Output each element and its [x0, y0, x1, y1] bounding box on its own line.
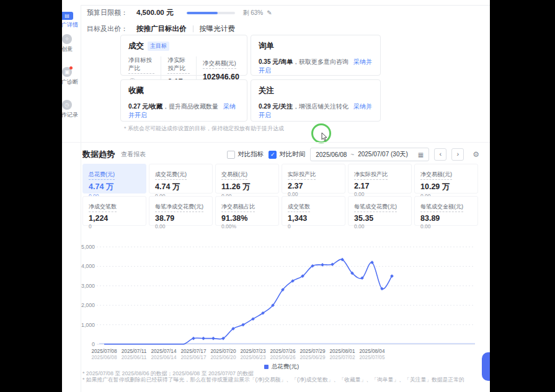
- sidebar-item-label: 创意: [62, 45, 81, 53]
- x-axis-tick-compare: 2025/06/29: [300, 355, 326, 360]
- metric-tile-7[interactable]: 净成交笔数1,2240: [82, 196, 146, 226]
- metric-tile-9[interactable]: 净交易额占比91.38%0.00%: [215, 196, 279, 226]
- goal-card-title: 询单: [259, 41, 373, 51]
- goal-bid-label: 目标及出价：: [87, 24, 128, 33]
- tile-label: 总花费(元): [89, 171, 115, 180]
- x-axis-tick-compare: 2025/06/17: [181, 355, 206, 360]
- goal-card-title: 收藏: [128, 86, 239, 96]
- metric-tile-10[interactable]: 成交笔数1,3430: [282, 196, 345, 226]
- tile-value: 1,224: [89, 214, 140, 223]
- data-point-marker[interactable]: [321, 263, 324, 267]
- x-axis-tick-current: 2025/07/08: [92, 349, 117, 354]
- x-axis-tick-compare: 2025/06/20: [211, 355, 236, 360]
- budget-edit-icon[interactable]: ✎: [267, 9, 272, 16]
- tile-compare-value: 0.00: [155, 223, 206, 229]
- y-axis-tick: 0: [92, 341, 95, 347]
- data-point-marker[interactable]: [202, 337, 205, 341]
- chart-footnote-2: * 如果推广在暂停或删除前已经获得了曝光，那么在暂停或重建后展示「(净)交易额」…: [82, 376, 464, 384]
- prev-period-button[interactable]: ‹: [434, 148, 446, 161]
- tile-value: 83.89: [420, 214, 472, 223]
- compare-time-checkbox[interactable]: ✓: [269, 151, 277, 159]
- metric-tiles: 总花费(元)4.74 万0.00成交花费(元)4.74 万0.00交易额(元)1…: [82, 164, 478, 226]
- tile-label: 净实际投产比: [354, 171, 388, 180]
- active-tab-icon: ▤: [62, 12, 73, 20]
- sidebar-item-4[interactable]: ◷操作记录: [62, 98, 81, 119]
- goal-card-deal[interactable]: 成交 主目标 净目标投产比ⓘ 2.45 ✎ 净实际投产比 2.17 净交易额(元…: [120, 35, 247, 76]
- tile-label: 交易额(元): [221, 171, 247, 180]
- metric-tile-3[interactable]: 交易额(元)11.26 万0.00: [215, 164, 279, 194]
- metric-tile-12[interactable]: 每笔成交金额(元)83.890.00: [414, 196, 478, 226]
- date-separator: ~: [350, 151, 354, 158]
- tab-separator: [193, 25, 193, 32]
- y-axis-tick: 1,000: [81, 322, 95, 328]
- x-axis-tick-compare: 2025/07/02: [330, 355, 355, 360]
- budget-row: 预算日限额： 4,500.00 元 剩 63% ✎: [87, 8, 272, 17]
- metric-tile-8[interactable]: 每笔净成交花费(元)38.790.00: [149, 196, 213, 226]
- compare-time-checkbox-group[interactable]: ✓ 对比时间: [269, 150, 305, 159]
- x-axis-tick-current: 2025/07/23: [241, 349, 266, 354]
- x-axis-tick-current: 2025/08/01: [330, 349, 355, 354]
- tile-value: 10.29 万: [420, 182, 472, 192]
- sidebar-icon-3: ▣: [62, 67, 72, 77]
- data-point-marker[interactable]: [241, 323, 245, 327]
- tile-label: 每笔成交金额(元): [420, 203, 463, 212]
- goal-card-favorite[interactable]: 收藏0.27 元/收藏，提升商品收藏数量采纳并开启: [120, 79, 247, 122]
- metric-tile-11[interactable]: 每笔成交花费(元)35.350.00: [348, 196, 412, 226]
- sidebar-item-3[interactable]: ▣推广诊断: [62, 65, 81, 86]
- view-report-link[interactable]: 查看报表: [121, 150, 146, 159]
- goal-card-follow[interactable]: 关注0.29 元/关注，增强店铺关注转化采纳并开启: [251, 79, 381, 122]
- x-axis-tick-current: 2025/07/26: [270, 349, 296, 354]
- y-axis-tick: 3,000: [81, 283, 95, 289]
- budget-remaining: 剩 63%: [242, 9, 263, 17]
- compare-metric-checkbox-group[interactable]: 对比指标: [227, 150, 264, 159]
- legend-swatch-icon: [264, 365, 269, 369]
- floating-side-button[interactable]: [482, 352, 490, 381]
- metric-tile-2[interactable]: 成交花费(元)4.74 万0.00: [149, 164, 213, 194]
- sidebar-item-1[interactable]: ▤推广详情: [62, 9, 81, 29]
- x-axis-tick-compare: 2025/06/26: [270, 355, 296, 360]
- tile-compare-value: 0.00%: [221, 223, 273, 229]
- data-point-marker[interactable]: [331, 262, 334, 266]
- tab-bid-by-impression[interactable]: 按曝光计费: [200, 24, 236, 33]
- date-range-picker[interactable]: 2025/06/08 ~ 2025/07/07 (30天) ▦: [310, 148, 429, 161]
- calendar-icon: ▦: [418, 151, 424, 158]
- x-axis-tick-compare: 2025/06/08: [92, 355, 117, 360]
- next-period-button[interactable]: ›: [451, 148, 464, 161]
- sidebar-item-2[interactable]: ✧创意: [62, 32, 81, 53]
- tile-label: 每笔成交花费(元): [354, 203, 397, 212]
- tile-label: 每笔净成交花费(元): [155, 203, 203, 212]
- x-axis-tick-current: 2025/08/04: [360, 349, 385, 354]
- y-axis-tick: 4,000: [81, 263, 95, 269]
- sidebar-item-label: 推广诊断: [62, 78, 81, 86]
- goal-card-inquiry[interactable]: 询单0.35 元/询单，获取更多意向咨询采纳并开启: [251, 35, 381, 76]
- bid-tabs: 按推广目标出价 按曝光计费: [136, 24, 235, 33]
- data-point-marker[interactable]: [192, 337, 195, 341]
- tab-bid-by-goal[interactable]: 按推广目标出价: [136, 24, 187, 33]
- tile-value: 4.74 万: [89, 182, 140, 192]
- metric-label: 净交易额(元): [203, 60, 236, 69]
- goal-card-title: 关注: [259, 86, 373, 96]
- x-axis-tick-current: 2025/07/29: [300, 349, 326, 354]
- compare-metric-checkbox[interactable]: [227, 151, 235, 159]
- data-point-marker[interactable]: [211, 337, 215, 341]
- goal-cards: 成交 主目标 净目标投产比ⓘ 2.45 ✎ 净实际投产比 2.17 净交易额(元…: [120, 35, 381, 122]
- trend-controls: 对比指标 ✓ 对比时间 2025/06/08 ~ 2025/07/07 (30天…: [227, 148, 479, 161]
- goal-card-desc: 0.35 元/询单，获取更多意向咨询采纳并开启: [259, 58, 373, 75]
- tile-value: 1,343: [288, 214, 339, 223]
- main-goal-badge: 主目标: [148, 42, 169, 51]
- goal-card-title: 成交: [128, 41, 144, 51]
- metric-label: 净实际投产比: [167, 56, 190, 74]
- metric-tile-6[interactable]: 净交易额(元)10.29 万0.00: [414, 164, 478, 194]
- x-axis-tick-compare: 2025/06/14: [151, 355, 177, 360]
- metric-tile-4[interactable]: 实际投产比2.370.00: [282, 164, 345, 194]
- trend-chart: 01,0002,0003,0004,0005,0002025/07/082025…: [74, 241, 489, 364]
- sidebar-icon-2: ✧: [62, 34, 72, 44]
- y-axis-tick: 5,000: [81, 244, 95, 250]
- legend-label: 总花费(元): [272, 363, 299, 370]
- metric-tile-5[interactable]: 净实际投产比2.170.00: [348, 164, 412, 194]
- x-axis-tick-current: 2025/07/20: [211, 349, 236, 354]
- gear-icon[interactable]: ⚙: [473, 150, 479, 159]
- budget-progress-fill: [187, 12, 217, 14]
- tile-value: 38.79: [155, 214, 206, 223]
- metric-tile-1[interactable]: 总花费(元)4.74 万0.00: [82, 164, 146, 194]
